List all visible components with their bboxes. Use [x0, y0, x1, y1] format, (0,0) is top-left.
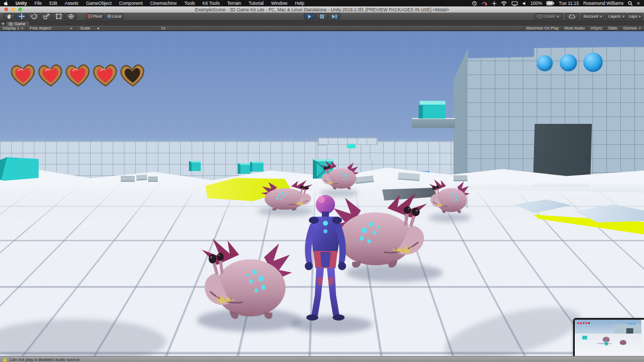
inset-heart [588, 322, 590, 324]
collab-dropdown[interactable]: Collab▼ [535, 13, 562, 19]
spotlight-search-icon[interactable] [628, 1, 633, 6]
play-button[interactable] [304, 13, 316, 19]
inset-orbs [628, 323, 635, 324]
apple-menu-icon[interactable] [0, 1, 12, 6]
menu-item-kit-tools[interactable]: Kit Tools [199, 1, 223, 6]
heart-filled [10, 63, 36, 88]
inset-heart [580, 322, 582, 324]
creature-chomper-far [321, 161, 359, 190]
menu-item-component[interactable]: Component [115, 1, 147, 6]
cloud-services-button[interactable] [566, 13, 579, 19]
local-toggle-button[interactable]: Local [105, 13, 123, 19]
shadows [0, 189, 585, 356]
pivot-toggle-button[interactable]: Pivot [86, 13, 104, 19]
status-icon-airplay-display[interactable] [511, 1, 518, 6]
inset-creature [620, 340, 626, 345]
menu-clock[interactable]: Tue 11:15 [559, 1, 579, 6]
heart-filled [92, 63, 118, 88]
warning-icon [3, 358, 7, 361]
menu-item-terrain[interactable]: Terrain [223, 1, 245, 6]
menu-item-cinemachine[interactable]: Cinemachine [147, 1, 181, 6]
status-message: Can not play a disabled audio source [9, 357, 80, 362]
pause-button[interactable] [316, 13, 328, 19]
move-tool-button[interactable] [16, 13, 27, 19]
creature-chomper-large-left [202, 239, 292, 319]
menu-status-area: 100% Tue 11:15 Rosamund Williams ≡ [472, 1, 644, 6]
inset-teal-box [582, 336, 587, 339]
battery-percentage: 100% [531, 1, 543, 6]
window-title: ExampleScene - 3D Game Kit Lite - PC, Ma… [0, 7, 644, 12]
game-viewport[interactable] [0, 31, 644, 356]
toggle-mute-audio[interactable]: Mute Audio [561, 26, 588, 31]
inset-hearts [577, 322, 590, 324]
status-icon-location[interactable] [492, 1, 496, 6]
inset-orb [634, 323, 635, 324]
creature-chomper-right [429, 179, 470, 213]
menu-item-tools[interactable]: Tools [180, 1, 199, 6]
dropdown-arrow-icon: ▼ [639, 15, 641, 18]
step-button[interactable] [328, 13, 340, 19]
inset-heart [583, 322, 584, 324]
display-dropdown[interactable]: Display 1▼ [0, 26, 27, 31]
health-hearts-hud [11, 64, 145, 87]
layout-dropdown[interactable]: Layout▼ [628, 13, 642, 19]
menu-item-file[interactable]: File [31, 1, 46, 6]
inset-orb [631, 323, 633, 324]
toggle-gizmos[interactable]: Gizmos▼ [620, 26, 644, 31]
toggle-stats[interactable]: Stats [605, 26, 620, 31]
screen: UnityFileEditAssetsGameObjectComponentCi… [0, 0, 644, 362]
pane-collapse-icon[interactable]: ◀ [1, 21, 4, 26]
dropdown-arrow-icon: ▼ [557, 15, 559, 18]
toggle-maximize-on-play[interactable]: Maximize On Play [523, 26, 561, 31]
creature-chomper-large-right [331, 193, 427, 268]
menu-item-gameobject[interactable]: GameObject [82, 1, 115, 6]
inset-heart [577, 322, 579, 324]
scale-tool-button[interactable] [40, 13, 52, 19]
menu-item-help[interactable]: Help [291, 1, 308, 6]
scale-value: 1x [161, 26, 165, 31]
rect-tool-button[interactable] [53, 13, 64, 19]
account-dropdown[interactable]: Account▼ [581, 13, 605, 19]
transform-tool-button[interactable] [65, 13, 77, 19]
inset-shadow [596, 343, 612, 344]
menu-item-tutorial[interactable]: Tutorial [245, 1, 267, 6]
pan-tool-button[interactable] [3, 13, 15, 19]
inset-orb [628, 323, 630, 324]
menu-item-unity[interactable]: Unity [12, 1, 31, 6]
heart-empty [120, 63, 145, 88]
status-icon-volume[interactable] [522, 1, 526, 6]
heart-filled [38, 63, 63, 88]
slider-knob[interactable] [97, 27, 100, 30]
game-view-control-bar: Display 1▼ Free Aspect▼ Scale 1x Maximiz… [0, 26, 644, 31]
notification-center-icon[interactable]: ≡ [637, 1, 640, 6]
menu-item-window[interactable]: Window [267, 1, 291, 6]
dropdown-arrow-icon: ▼ [599, 15, 602, 18]
camera-preview-inset [573, 318, 644, 356]
status-icon-wifi[interactable] [501, 1, 507, 6]
status-icon-recording[interactable] [482, 1, 488, 6]
menu-user-name[interactable]: Rosamund Williams [583, 1, 624, 6]
status-bar[interactable]: Can not play a disabled audio source [0, 356, 644, 362]
battery-icon [546, 1, 554, 5]
scale-label: Scale [80, 26, 90, 31]
macos-menu-bar: UnityFileEditAssetsGameObjectComponentCi… [0, 0, 644, 6]
status-icon-speaker[interactable] [472, 1, 478, 6]
gamepad-icon [9, 23, 13, 26]
window-title-bar: ExampleScene - 3D Game Kit Lite - PC, Ma… [0, 6, 644, 13]
aspect-dropdown[interactable]: Free Aspect▼ [27, 26, 76, 31]
dropdown-arrow-icon: ▼ [21, 27, 24, 30]
game-view-toggles: Maximize On PlayMute AudioVSyncStatsGizm… [523, 26, 644, 31]
scale-slider[interactable] [93, 26, 158, 31]
toggle-vsync[interactable]: VSync [587, 26, 605, 31]
menu-item-edit[interactable]: Edit [46, 1, 61, 6]
unity-toolbar: Pivot Local Collab▼ Account▼ Layers▼ Lay… [0, 13, 644, 21]
dropdown-arrow-icon: ▼ [70, 27, 72, 30]
rotate-tool-button[interactable] [28, 13, 40, 19]
heart-filled [65, 63, 91, 88]
menu-item-assets[interactable]: Assets [61, 1, 83, 6]
layers-dropdown[interactable]: Layers▼ [606, 13, 627, 19]
inset-heart [586, 322, 587, 324]
menu-items: UnityFileEditAssetsGameObjectComponentCi… [12, 1, 308, 6]
dropdown-arrow-icon: ▼ [622, 15, 625, 18]
slider-track[interactable] [93, 28, 158, 28]
